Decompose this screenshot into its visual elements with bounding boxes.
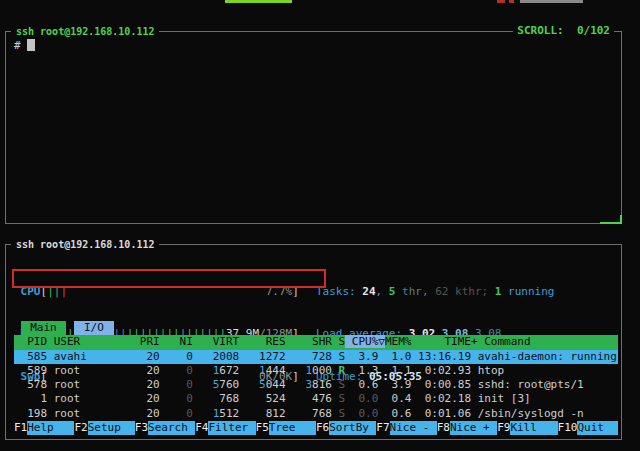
fkey-action-label: Nice + — [450, 421, 497, 435]
fkey-key-label: F3 — [135, 421, 148, 435]
top-terminal-pane: ssh root@192.168.10.112 SCROLL: 0/102 # — [5, 24, 622, 224]
fkey-action-label: Help — [27, 421, 74, 435]
shell-prompt[interactable]: # — [14, 39, 35, 53]
fkey-key-label: F7 — [376, 421, 389, 435]
fkey-f10[interactable]: F10Quit — [558, 421, 618, 435]
fkey-key-label: F8 — [437, 421, 450, 435]
process-row-198[interactable]: 198 root 20 0 1512 812 768 S 0.0 0.6 0:0… — [14, 407, 618, 421]
fkey-f9[interactable]: F9Kill — [497, 421, 557, 435]
sort-column-header[interactable]: CPU%▽ — [345, 335, 385, 348]
fkey-key-label: F4 — [195, 421, 208, 435]
tab-io[interactable]: I/O — [74, 321, 113, 335]
process-row-1[interactable]: 1 root 20 0 768 524 476 S 0.0 0.4 0:02.1… — [14, 392, 618, 406]
process-row-589[interactable]: 589 root 20 0 1672 1444 1000 R 1.3 1.1 0… — [14, 364, 618, 378]
tab-main[interactable]: Main — [21, 321, 67, 335]
fkey-key-label: F1 — [14, 421, 27, 435]
fkey-f4[interactable]: F4Filter — [195, 421, 255, 435]
capture-progress-artifact-gray — [520, 0, 583, 3]
prompt-text: # — [14, 39, 27, 52]
fkey-action-label: Tree — [269, 421, 316, 435]
fkey-action-label: Search — [148, 421, 195, 435]
htop-tabs: Main I/O — [14, 321, 618, 335]
top-pane-title: ssh root@192.168.10.112 — [11, 24, 159, 39]
top-pane-border — [5, 31, 622, 224]
fkey-f5[interactable]: F5Tree — [256, 421, 316, 435]
capture-record-artifact — [497, 0, 505, 3]
cpu-meter: CPU[||| 7.7%] — [14, 285, 299, 299]
process-row-578[interactable]: 578 root 20 0 5760 5044 3816 S 0.6 3.9 0… — [14, 378, 618, 392]
bottom-pane-title: ssh root@192.168.10.112 — [11, 237, 159, 252]
fkey-bar: F1HelpF2SetupF3SearchF4FilterF5TreeF6Sor… — [14, 421, 618, 435]
htop-table: Main I/O PID USER PRI NI VIRT RES SHR S … — [14, 321, 618, 421]
fkey-key-label: F9 — [497, 421, 510, 435]
fkey-action-label: Setup — [88, 421, 135, 435]
process-row-585[interactable]: 585 avahi 20 0 2008 1272 728 S 3.9 1.0 1… — [14, 350, 618, 364]
bottom-terminal-pane: ssh root@192.168.10.112 CPU[||| 7.7%] Me… — [5, 237, 622, 440]
fkey-key-label: F10 — [558, 421, 578, 435]
table-header-row[interactable]: PID USER PRI NI VIRT RES SHR S CPU%▽MEM%… — [14, 335, 618, 349]
capture-record-artifact — [509, 0, 514, 3]
fkey-action-label: SortBy — [329, 421, 376, 435]
fkey-action-label: Quit — [577, 421, 618, 435]
fkey-action-label: Nice - — [390, 421, 437, 435]
fkey-action-label: Kill — [510, 421, 557, 435]
tasks-line: Tasks: 24, 5 thr, 62 kthr; 1 running — [316, 285, 554, 299]
fkey-key-label: F5 — [256, 421, 269, 435]
active-pane-corner-accent — [600, 222, 622, 224]
fkey-f1[interactable]: F1Help — [14, 421, 74, 435]
text-cursor — [27, 39, 35, 51]
fkey-f8[interactable]: F8Nice + — [437, 421, 497, 435]
scroll-indicator: SCROLL: 0/102 — [513, 22, 614, 39]
fkey-f3[interactable]: F3Search — [135, 421, 195, 435]
fkey-action-label: Filter — [208, 421, 255, 435]
fkey-key-label: F2 — [74, 421, 87, 435]
fkey-f6[interactable]: F6SortBy — [316, 421, 376, 435]
capture-progress-artifact-green — [225, 0, 292, 3]
fkey-f7[interactable]: F7Nice - — [376, 421, 436, 435]
fkey-key-label: F6 — [316, 421, 329, 435]
fkey-f2[interactable]: F2Setup — [74, 421, 134, 435]
active-pane-corner-accent — [620, 215, 622, 224]
